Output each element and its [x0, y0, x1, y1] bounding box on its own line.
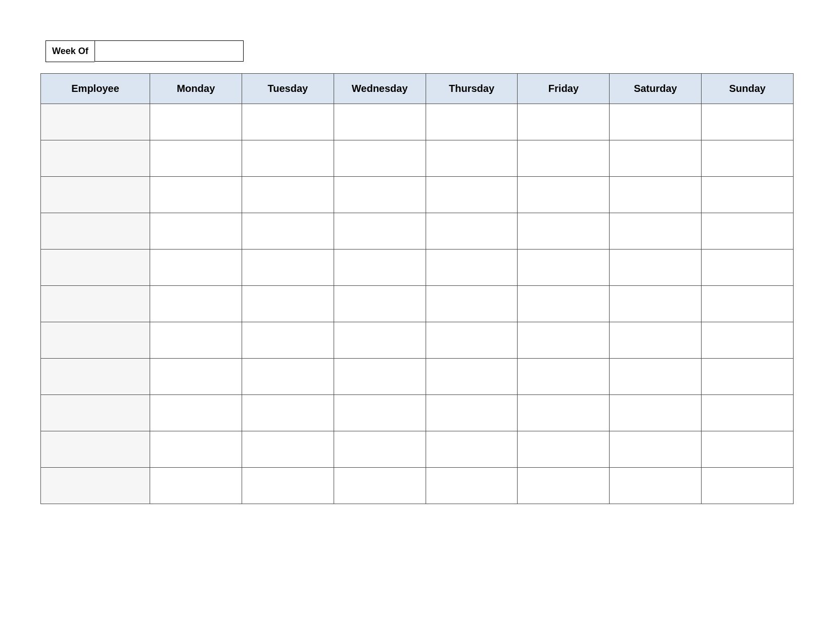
table-row — [41, 104, 794, 140]
cell-friday[interactable] — [518, 395, 610, 431]
cell-friday[interactable] — [518, 177, 610, 213]
table-row — [41, 359, 794, 395]
cell-thursday[interactable] — [426, 250, 518, 286]
header-friday: Friday — [518, 74, 610, 104]
table-row — [41, 431, 794, 468]
cell-friday[interactable] — [518, 286, 610, 322]
employee-cell[interactable] — [41, 322, 150, 359]
cell-tuesday[interactable] — [242, 431, 334, 468]
cell-saturday[interactable] — [610, 468, 702, 504]
cell-monday[interactable] — [150, 213, 242, 250]
cell-sunday[interactable] — [702, 468, 794, 504]
cell-wednesday[interactable] — [334, 322, 426, 359]
cell-thursday[interactable] — [426, 140, 518, 177]
cell-tuesday[interactable] — [242, 359, 334, 395]
employee-cell[interactable] — [41, 468, 150, 504]
cell-friday[interactable] — [518, 104, 610, 140]
cell-friday[interactable] — [518, 213, 610, 250]
cell-sunday[interactable] — [702, 177, 794, 213]
cell-saturday[interactable] — [610, 395, 702, 431]
cell-sunday[interactable] — [702, 431, 794, 468]
week-of-field: Week Of — [45, 40, 794, 62]
employee-cell[interactable] — [41, 140, 150, 177]
cell-wednesday[interactable] — [334, 213, 426, 250]
cell-thursday[interactable] — [426, 359, 518, 395]
table-row — [41, 177, 794, 213]
cell-friday[interactable] — [518, 359, 610, 395]
cell-tuesday[interactable] — [242, 104, 334, 140]
cell-thursday[interactable] — [426, 177, 518, 213]
week-of-label: Week Of — [45, 40, 95, 62]
cell-sunday[interactable] — [702, 286, 794, 322]
cell-monday[interactable] — [150, 286, 242, 322]
cell-saturday[interactable] — [610, 431, 702, 468]
cell-saturday[interactable] — [610, 286, 702, 322]
cell-wednesday[interactable] — [334, 177, 426, 213]
cell-wednesday[interactable] — [334, 468, 426, 504]
employee-cell[interactable] — [41, 286, 150, 322]
cell-monday[interactable] — [150, 177, 242, 213]
cell-monday[interactable] — [150, 322, 242, 359]
schedule-table: Employee Monday Tuesday Wednesday Thursd… — [40, 73, 794, 504]
cell-saturday[interactable] — [610, 104, 702, 140]
cell-wednesday[interactable] — [334, 359, 426, 395]
cell-monday[interactable] — [150, 250, 242, 286]
cell-monday[interactable] — [150, 359, 242, 395]
cell-saturday[interactable] — [610, 177, 702, 213]
cell-sunday[interactable] — [702, 395, 794, 431]
cell-wednesday[interactable] — [334, 104, 426, 140]
cell-monday[interactable] — [150, 431, 242, 468]
cell-tuesday[interactable] — [242, 140, 334, 177]
cell-sunday[interactable] — [702, 213, 794, 250]
cell-saturday[interactable] — [610, 140, 702, 177]
cell-monday[interactable] — [150, 140, 242, 177]
cell-wednesday[interactable] — [334, 395, 426, 431]
cell-tuesday[interactable] — [242, 250, 334, 286]
cell-friday[interactable] — [518, 250, 610, 286]
cell-saturday[interactable] — [610, 213, 702, 250]
cell-thursday[interactable] — [426, 395, 518, 431]
cell-tuesday[interactable] — [242, 468, 334, 504]
cell-thursday[interactable] — [426, 468, 518, 504]
cell-thursday[interactable] — [426, 286, 518, 322]
cell-sunday[interactable] — [702, 104, 794, 140]
cell-wednesday[interactable] — [334, 431, 426, 468]
cell-wednesday[interactable] — [334, 286, 426, 322]
header-sunday: Sunday — [702, 74, 794, 104]
cell-thursday[interactable] — [426, 104, 518, 140]
week-of-input[interactable] — [95, 40, 244, 62]
employee-cell[interactable] — [41, 104, 150, 140]
employee-cell[interactable] — [41, 213, 150, 250]
cell-sunday[interactable] — [702, 250, 794, 286]
schedule-body — [41, 104, 794, 504]
cell-sunday[interactable] — [702, 322, 794, 359]
cell-tuesday[interactable] — [242, 395, 334, 431]
cell-friday[interactable] — [518, 322, 610, 359]
cell-tuesday[interactable] — [242, 322, 334, 359]
cell-saturday[interactable] — [610, 359, 702, 395]
cell-tuesday[interactable] — [242, 213, 334, 250]
cell-tuesday[interactable] — [242, 177, 334, 213]
cell-wednesday[interactable] — [334, 250, 426, 286]
cell-monday[interactable] — [150, 104, 242, 140]
employee-cell[interactable] — [41, 395, 150, 431]
cell-wednesday[interactable] — [334, 140, 426, 177]
cell-tuesday[interactable] — [242, 286, 334, 322]
cell-sunday[interactable] — [702, 359, 794, 395]
employee-cell[interactable] — [41, 250, 150, 286]
cell-saturday[interactable] — [610, 322, 702, 359]
employee-cell[interactable] — [41, 431, 150, 468]
cell-saturday[interactable] — [610, 250, 702, 286]
cell-friday[interactable] — [518, 468, 610, 504]
cell-sunday[interactable] — [702, 140, 794, 177]
employee-cell[interactable] — [41, 359, 150, 395]
cell-monday[interactable] — [150, 468, 242, 504]
cell-thursday[interactable] — [426, 322, 518, 359]
cell-monday[interactable] — [150, 395, 242, 431]
employee-cell[interactable] — [41, 177, 150, 213]
cell-thursday[interactable] — [426, 431, 518, 468]
cell-thursday[interactable] — [426, 213, 518, 250]
cell-friday[interactable] — [518, 431, 610, 468]
cell-friday[interactable] — [518, 140, 610, 177]
header-thursday: Thursday — [426, 74, 518, 104]
